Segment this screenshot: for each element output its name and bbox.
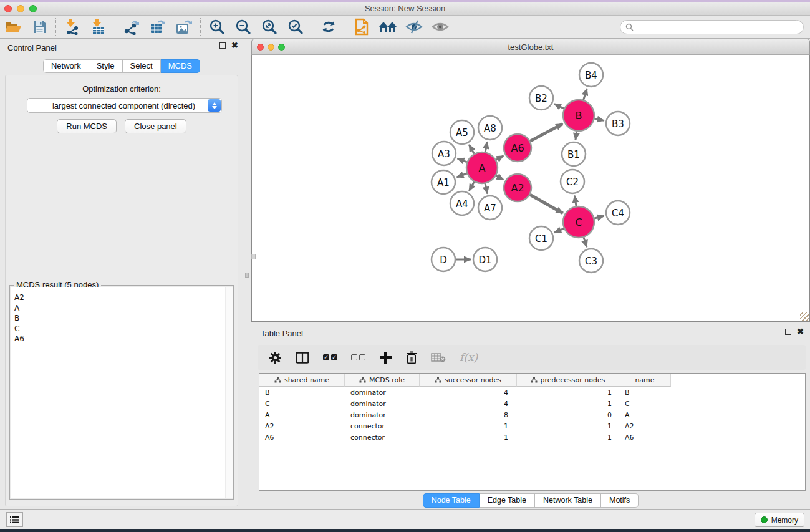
table-settings-button[interactable] [269,348,282,367]
tab-node-table[interactable]: Node Table [423,493,480,508]
search-field[interactable] [620,20,804,34]
column-header-name[interactable]: name [619,374,671,387]
optimization-criterion-dropdown[interactable]: largest connected component (directed) [27,98,222,113]
show-graphics-details-button[interactable] [427,17,453,37]
select-all-button[interactable]: ✓✓ [323,348,337,367]
graph-edge-A6-B[interactable] [529,124,563,142]
delete-column-button[interactable] [406,348,417,367]
home-button[interactable] [375,17,401,37]
table-row[interactable]: Adominator80A [259,410,805,420]
table-cell: A6 [619,433,671,443]
tab-motifs[interactable]: Motifs [601,493,639,508]
create-column-button[interactable] [379,348,392,367]
vertical-splitter[interactable] [243,39,251,509]
save-session-button[interactable] [26,17,52,37]
column-header-MCDS-role[interactable]: MCDS role [345,374,420,387]
result-list-item[interactable]: A2 [14,293,233,303]
document-share-icon [354,18,369,36]
column-header-successor-nodes[interactable]: successor nodes [420,374,517,387]
table-cell: A [619,410,671,420]
window-titlebar[interactable]: Session: New Session [0,2,810,16]
import-table-button[interactable] [85,17,112,37]
resize-grip[interactable] [800,312,809,321]
table-cell: C [619,399,671,409]
network-from-document-button[interactable] [349,17,375,37]
tab-style[interactable]: Style [89,59,123,73]
column-header-shared-name[interactable]: shared name [259,374,345,387]
save-icon [32,20,47,34]
table-cell: 1 [517,388,619,398]
status-bar: Memory [0,509,810,529]
graph-node-label: B4 [585,70,597,81]
result-list-item[interactable]: B [14,313,233,324]
result-list-item[interactable]: A6 [14,334,233,344]
function-builder-button[interactable]: f(x) [460,348,478,367]
zoom-out-icon [235,19,251,35]
tab-mcds[interactable]: MCDS [161,59,200,73]
gear-icon [269,351,282,364]
tab-edge-table[interactable]: Edge Table [480,493,535,508]
import-network-button[interactable] [59,17,85,37]
graph-node-label: C2 [566,177,579,188]
network-canvas[interactable]: AA1A2A3A4A5A6A7A8BB1B2B3B4CC1C2C3C4DD1 [251,55,810,322]
result-list-item[interactable]: C [14,324,233,334]
fit-selected-button[interactable] [282,17,309,37]
tab-select[interactable]: Select [123,59,161,73]
desktop-wallpaper-bottom [0,529,810,532]
table-cell: dominator [345,388,420,398]
deselect-all-button[interactable] [351,348,365,367]
table-row[interactable]: Cdominator41C [259,399,805,409]
table-row[interactable]: Bdominator41B [259,388,805,398]
delete-table-button[interactable] [431,348,446,367]
tab-network[interactable]: Network [43,59,89,73]
fit-content-button[interactable] [256,17,282,37]
export-image-icon [175,19,193,35]
float-panel-icon[interactable] [219,42,226,49]
zoom-in-button[interactable] [204,17,230,37]
graph-edge-B-B4[interactable] [583,89,587,102]
hide-graphics-details-button[interactable] [401,17,427,37]
splitter-handle[interactable] [245,273,249,278]
run-mcds-button[interactable]: Run MCDS [57,119,117,133]
memory-button[interactable]: Memory [755,513,804,527]
refresh-view-button[interactable] [316,17,342,37]
table-panel-title: Table Panel [261,329,303,338]
control-panel-tabs: NetworkStyleSelectMCDS [43,59,200,73]
dropdown-selected-value: largest connected component (directed) [27,101,208,110]
open-session-button[interactable] [0,17,26,37]
export-image-button[interactable] [171,17,197,37]
graph-node-label: A [479,162,486,174]
result-list-scrollbar[interactable] [225,287,233,498]
graph-node-label: A8 [484,123,496,134]
graph-node-label: C1 [535,233,547,244]
optimization-criterion-label: Optimization criterion: [6,84,238,94]
canvas-edge-handle[interactable] [251,254,256,259]
table-row[interactable]: A2connector11A2 [259,422,805,432]
select-all-checkboxes-icon: ✓✓ [323,354,337,360]
application-window: Session: New Session [0,0,810,532]
close-table-panel-icon[interactable]: ✖ [797,329,804,335]
column-header-predecessor-nodes[interactable]: predecessor nodes [517,374,619,387]
float-table-panel-icon[interactable] [785,329,791,335]
network-window-titlebar[interactable]: testGlobe.txt [251,39,810,55]
close-panel-icon[interactable]: ✖ [231,42,238,49]
export-table-button[interactable] [145,17,171,37]
control-panel-title: Control Panel [7,43,57,52]
memory-status-icon [761,516,768,523]
split-table-button[interactable] [296,348,309,367]
table-tabs: Node TableEdge TableNetwork TableMotifs [423,493,639,508]
zoom-out-button[interactable] [230,17,256,37]
delete-table-icon [431,353,446,362]
graph-edge-A2-C[interactable] [528,194,562,213]
tab-network-table[interactable]: Network Table [535,493,601,508]
folder-open-icon [5,19,22,34]
task-history-button[interactable] [6,512,23,527]
network-graph: AA1A2A3A4A5A6A7A8BB1B2B3B4CC1C2C3C4DD1 [252,55,809,321]
result-list-item[interactable]: A [14,303,233,314]
table-cell: 4 [420,399,517,409]
search-input[interactable] [637,23,803,32]
toolbar-separator [345,18,345,36]
close-panel-button[interactable]: Close panel [125,119,186,133]
export-network-button[interactable] [118,17,145,37]
table-row[interactable]: A6connector11A6 [259,433,805,443]
